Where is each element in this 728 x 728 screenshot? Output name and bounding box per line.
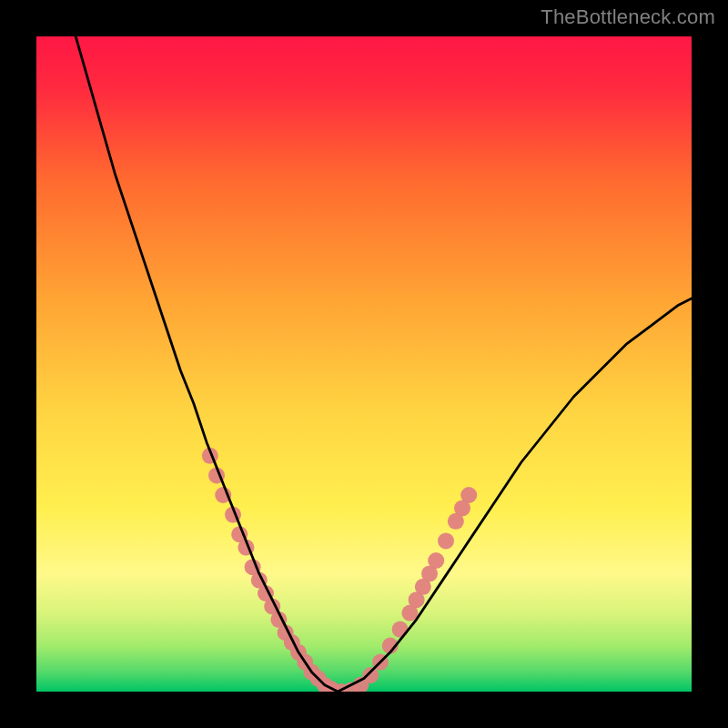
watermark-text: TheBottleneck.com (541, 5, 715, 29)
svg-point-22 (362, 667, 379, 683)
svg-point-31 (438, 532, 454, 549)
svg-point-25 (392, 622, 409, 638)
svg-point-34 (460, 487, 477, 503)
chart-svg (36, 36, 692, 692)
svg-point-30 (428, 552, 444, 569)
plot-area (36, 36, 692, 692)
gradient-background (36, 36, 692, 692)
chart-frame: TheBottleneck.com (0, 0, 728, 728)
